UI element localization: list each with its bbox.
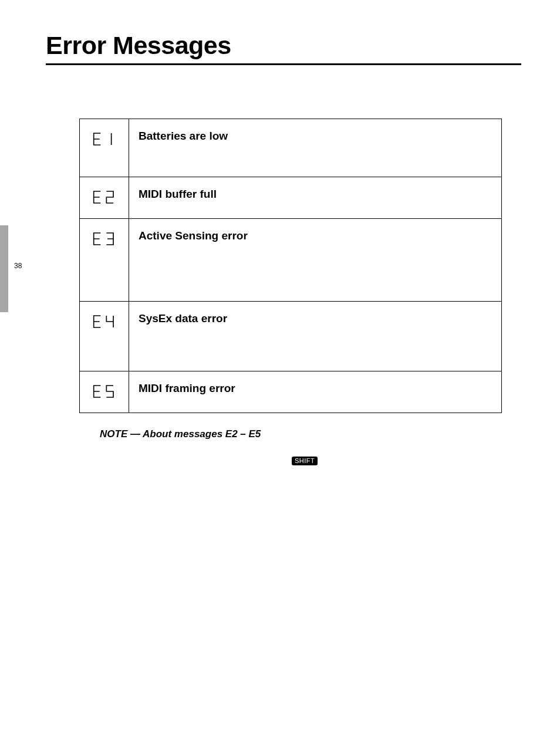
error-title: Active Sensing error — [139, 229, 492, 242]
shift-key-icon: SHIFT — [292, 457, 318, 465]
error-table: Batteries are low MIDI buffer full — [79, 119, 502, 413]
table-row: MIDI framing error — [80, 371, 501, 413]
error-title: Batteries are low — [139, 130, 492, 143]
seg-e2-icon — [90, 188, 119, 207]
error-code — [80, 119, 129, 177]
error-desc: MIDI framing error — [129, 371, 501, 413]
table-row: MIDI buffer full — [80, 177, 501, 218]
page: 38 Error Messages Batteries are l — [0, 0, 560, 730]
error-code — [80, 371, 129, 413]
table-row: SysEx data error — [80, 301, 501, 371]
title-rule — [46, 63, 521, 65]
seg-e3-icon — [90, 229, 119, 248]
page-number: 38 — [14, 262, 22, 270]
error-desc: MIDI buffer full — [129, 177, 501, 218]
table-row: Batteries are low — [80, 119, 501, 177]
shift-key-wrap: SHIFT — [292, 455, 318, 466]
seg-e4-icon — [90, 312, 119, 331]
side-tab — [0, 225, 8, 312]
error-desc: Batteries are low — [129, 119, 501, 177]
page-title: Error Messages — [46, 31, 231, 60]
table-row: Active Sensing error — [80, 218, 501, 301]
seg-e5-icon — [90, 382, 119, 401]
error-code — [80, 177, 129, 218]
seg-e1-icon — [90, 130, 119, 148]
error-code — [80, 219, 129, 301]
error-title: MIDI framing error — [139, 382, 492, 395]
error-desc: Active Sensing error — [129, 219, 501, 301]
error-title: SysEx data error — [139, 312, 492, 325]
note-title: NOTE — About messages E2 – E5 — [100, 428, 511, 440]
error-desc: SysEx data error — [129, 302, 501, 371]
error-title: MIDI buffer full — [139, 188, 492, 201]
note-block: NOTE — About messages E2 – E5 — [100, 428, 511, 440]
error-code — [80, 302, 129, 371]
